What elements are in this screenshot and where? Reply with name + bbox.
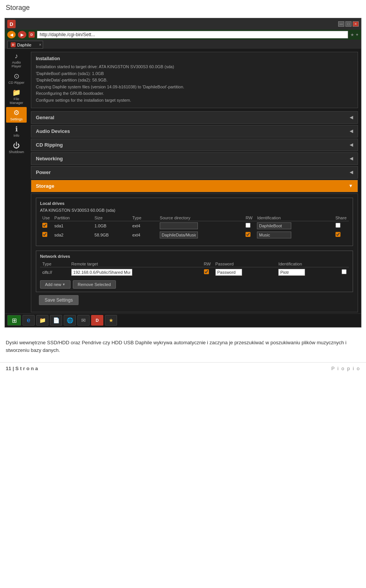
installation-text: Installation started to target drive: AT… <box>36 64 353 104</box>
net-col-share <box>339 261 349 267</box>
row1-share-checkbox[interactable] <box>336 223 340 228</box>
sidebar-label-settings: Settings <box>10 117 23 121</box>
row2-rw-checkbox[interactable] <box>246 232 250 237</box>
tab-close-button[interactable]: × <box>39 43 41 47</box>
forward-button[interactable]: ▶ <box>18 31 26 38</box>
section-audio-devices[interactable]: Audio Devices ◀ <box>31 125 358 137</box>
section-power[interactable]: Power ◀ <box>31 166 358 179</box>
network-drives-buttons: Add new ▼ Remove Selected <box>40 280 349 289</box>
install-line-3: 'DaphileData'-partition (sda2): 58.9GB. <box>36 77 353 84</box>
save-settings-button[interactable]: Save Settings <box>39 295 79 305</box>
col-rw: RW <box>243 215 255 221</box>
row2-share-cell <box>333 230 349 240</box>
sidebar-item-audio-player[interactable]: ♪ Audio Player <box>6 50 27 70</box>
net-row1-id-input[interactable] <box>278 269 305 276</box>
daphile-logo: D <box>7 20 16 28</box>
section-storage[interactable]: Storage ▼ <box>31 180 358 192</box>
section-title-power: Power <box>36 169 51 175</box>
net-col-rw: RW <box>202 261 213 267</box>
row1-rw-checkbox[interactable] <box>246 223 250 228</box>
maximize-button[interactable]: □ <box>345 21 352 27</box>
ie-icon: e <box>27 317 30 324</box>
row2-partition: sda2 <box>52 230 92 240</box>
footer-brand: P i o p i o <box>331 366 360 371</box>
section-arrow-general: ◀ <box>350 115 353 120</box>
address-bar: ◀ ▶ D http://daphile./cgi-bin/Sett... ★ … <box>5 30 361 40</box>
sidebar-item-info[interactable]: ℹ Info <box>6 123 27 139</box>
close-button[interactable]: ✕ <box>353 21 359 27</box>
footer: 11 | S t r o n a P i o p i o <box>0 362 366 374</box>
col-id: Identification <box>255 215 333 221</box>
dropdown-arrow-icon: ▼ <box>62 283 66 286</box>
local-drives-title: Local drives <box>40 201 349 206</box>
sidebar-item-settings[interactable]: ⚙ Settings <box>6 107 27 123</box>
cd-ripper-icon: ⊙ <box>14 73 19 80</box>
title-bar: D — □ ✕ <box>5 18 361 30</box>
section-networking[interactable]: Networking ◀ <box>31 152 358 165</box>
row2-id-cell <box>255 230 333 240</box>
row1-source-input[interactable] <box>160 222 198 229</box>
net-row1-share-checkbox[interactable] <box>342 269 347 274</box>
bottom-text: Dyski wewnętrzne SSD/HDD oraz Pendrive c… <box>0 331 366 359</box>
row1-use-checkbox[interactable] <box>42 223 47 228</box>
net-row1-id-cell <box>276 267 339 277</box>
net-col-type: Type <box>40 261 69 267</box>
tab-logo: D <box>11 42 16 47</box>
net-col-remote: Remote target <box>69 261 201 267</box>
tab-label: Daphile <box>17 43 31 47</box>
browser-tab[interactable]: D Daphile × <box>7 41 43 49</box>
install-line-1: Installation started to target drive: AT… <box>36 64 353 70</box>
row2-source-cell <box>157 230 243 240</box>
install-line-6: Configure settings for the installation … <box>36 97 353 104</box>
minimize-button[interactable]: — <box>338 21 344 27</box>
taskbar-network-button[interactable]: 🌐 <box>64 315 76 326</box>
main-content: Installation Installation started to tar… <box>28 49 361 313</box>
sidebar-label-shutdown: Shutdown <box>9 150 24 154</box>
taskbar-email-button[interactable]: ✉ <box>77 315 90 326</box>
col-source: Source directory <box>157 215 243 221</box>
taskbar-ie-button[interactable]: e <box>22 315 35 326</box>
row1-id-input[interactable] <box>257 222 291 229</box>
net-row1-password-input[interactable] <box>215 269 242 276</box>
row1-size: 1.0GB <box>92 221 130 230</box>
url-text: http://daphile./cgi-bin/Sett... <box>40 32 95 37</box>
section-title-storage: Storage <box>36 183 54 189</box>
sidebar-item-shutdown[interactable]: ⏻ Shutdown <box>6 140 27 155</box>
folder-icon: 📁 <box>39 317 46 323</box>
start-button[interactable]: ⊞ <box>7 315 21 326</box>
section-general[interactable]: General ◀ <box>31 111 358 124</box>
back-button[interactable]: ◀ <box>7 31 16 38</box>
network-drives-box: Network drives Type Remote target RW Pas… <box>36 251 353 292</box>
info-icon: ℹ <box>15 126 18 133</box>
table-row: sda1 1.0GB ext4 <box>40 221 349 230</box>
tab-bar: D Daphile × <box>5 40 361 49</box>
col-partition: Partition <box>52 215 92 221</box>
taskbar-star-button[interactable]: ★ <box>105 315 117 326</box>
email-icon: ✉ <box>81 317 86 323</box>
section-cd-ripping[interactable]: CD Ripping ◀ <box>31 139 358 151</box>
shutdown-icon: ⏻ <box>13 142 20 149</box>
net-col-password: Password <box>213 261 276 267</box>
url-input[interactable]: http://daphile./cgi-bin/Sett... <box>37 31 348 38</box>
sidebar-item-cd-ripper[interactable]: ⊙ CD Ripper <box>6 70 27 86</box>
remove-selected-button[interactable]: Remove Selected <box>73 280 116 289</box>
row2-share-checkbox[interactable] <box>336 232 340 237</box>
net-row1-rw-checkbox[interactable] <box>204 269 209 274</box>
table-row: sda2 58.9GB ext4 <box>40 230 349 240</box>
taskbar-files-button[interactable]: 📄 <box>50 315 62 326</box>
file-manager-icon: 📁 <box>12 89 21 96</box>
row2-use-cell <box>40 230 52 240</box>
star-icon: ★ <box>109 317 114 323</box>
col-type: Type <box>130 215 157 221</box>
taskbar: ⊞ e 📁 📄 🌐 ✉ D ★ <box>5 313 361 327</box>
sidebar-item-file-manager[interactable]: 📁 File Manager <box>6 87 27 106</box>
net-row1-rw-cell <box>202 267 213 277</box>
row2-source-input[interactable] <box>160 232 198 238</box>
row2-use-checkbox[interactable] <box>42 232 47 237</box>
taskbar-daphile-button[interactable]: D <box>91 315 103 326</box>
taskbar-folder-button[interactable]: 📁 <box>36 315 48 326</box>
add-new-button[interactable]: Add new ▼ <box>40 280 71 289</box>
net-row1-remote-input[interactable] <box>71 269 132 276</box>
row2-id-input[interactable] <box>257 232 291 238</box>
section-title-general: General <box>36 115 54 120</box>
